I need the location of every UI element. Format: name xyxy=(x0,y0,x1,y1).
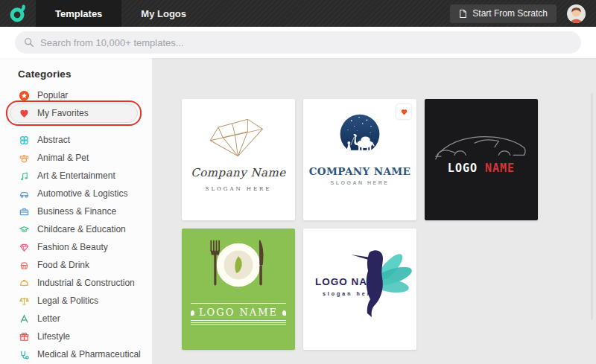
heart-icon xyxy=(18,107,30,119)
sidebar-item-label: Childcare & Education xyxy=(37,224,126,234)
categories-list: Popular My Favorites Abstra xyxy=(0,86,152,363)
paw-icon xyxy=(18,152,30,164)
template-card-sports-car[interactable]: LOGO NAME xyxy=(425,99,538,220)
sidebar-item-fashion-beauty[interactable]: Fashion & Beauty xyxy=(0,238,152,256)
start-from-scratch-button[interactable]: Start From Scratch xyxy=(450,4,557,23)
logo-slogan-text: SLOGAN HERE xyxy=(331,180,390,185)
template-cards-grid: Company Name SLOGAN HERE xyxy=(152,58,596,350)
sidebar-item-label: Art & Entertainment xyxy=(37,170,115,181)
camel-night-illustration xyxy=(330,111,390,160)
designevo-logo-icon xyxy=(8,4,28,23)
logo-name-part2: NAME xyxy=(485,162,515,175)
hard-hat-icon xyxy=(18,277,30,289)
heart-icon xyxy=(400,108,408,116)
favorite-button[interactable] xyxy=(396,104,411,119)
sports-car-illustration xyxy=(434,121,528,167)
navbar-right: Start From Scratch xyxy=(450,0,596,27)
sidebar-item-automotive-logistics[interactable]: Automotive & Logistics xyxy=(0,185,152,202)
sidebar-item-lifestyle[interactable]: Lifestyle xyxy=(0,328,152,345)
top-navbar: Templates My Logos Start From Scratch xyxy=(0,0,596,27)
sidebar-item-medical-pharmaceutical[interactable]: Medical & Pharmaceutical xyxy=(0,345,152,363)
star-badge-icon xyxy=(18,89,30,101)
logo-name-part1: LOGO xyxy=(448,162,478,175)
music-note-icon xyxy=(18,170,30,182)
search-input-wrap[interactable] xyxy=(15,31,581,54)
sidebar-item-childcare-education[interactable]: Childcare & Education xyxy=(0,220,152,238)
sidebar-item-label: Animal & Pet xyxy=(37,153,89,163)
logo-name-text: LOGO NAME xyxy=(191,304,286,320)
sidebar-item-my-favorites[interactable]: My Favorites xyxy=(0,104,152,122)
tab-my-logos-label: My Logos xyxy=(141,8,186,19)
sidebar-item-letter[interactable]: Letter xyxy=(0,310,152,328)
sidebar-item-legal-politics[interactable]: Legal & Politics xyxy=(0,292,152,310)
sidebar-item-label: Lifestyle xyxy=(37,331,70,342)
sidebar-item-label: Letter xyxy=(37,313,60,324)
template-card-restaurant[interactable]: LOGO NAME xyxy=(182,229,295,350)
search-strip xyxy=(0,27,596,58)
categories-sidebar: Categories Popular My Favorites xyxy=(0,58,152,364)
graduation-cap-icon xyxy=(18,223,30,235)
logo-name-text: Company Name xyxy=(191,166,285,179)
content-area: Categories Popular My Favorites xyxy=(0,58,596,364)
tab-my-logos[interactable]: My Logos xyxy=(121,0,206,27)
decorative-double-line xyxy=(191,322,286,325)
sidebar-item-label: Abstract xyxy=(37,135,70,145)
logo-name-text: COMPANY NAME xyxy=(309,165,411,177)
document-icon xyxy=(459,9,467,19)
letter-a-icon xyxy=(18,313,30,325)
templates-board: Company Name SLOGAN HERE xyxy=(152,58,596,364)
cupcake-icon xyxy=(18,259,30,271)
vertical-scrollbar-thumb[interactable] xyxy=(591,93,593,320)
avatar-illustration xyxy=(567,4,586,23)
briefcase-icon xyxy=(18,205,30,217)
sidebar-item-art-entertainment[interactable]: Art & Entertainment xyxy=(0,167,152,185)
gem-icon xyxy=(18,241,30,253)
diamond-illustration xyxy=(198,114,279,162)
tab-templates-label: Templates xyxy=(55,8,102,19)
logo-name-text: LOGO NAME xyxy=(448,162,515,175)
template-card-diamond[interactable]: Company Name SLOGAN HERE xyxy=(182,99,295,220)
search-icon xyxy=(24,37,34,48)
stethoscope-icon xyxy=(18,348,30,360)
logo-slogan-text: SLOGAN HERE xyxy=(206,186,272,192)
user-avatar[interactable] xyxy=(567,4,586,23)
logo-text-block: LOGO NAME xyxy=(191,303,286,325)
car-icon xyxy=(18,188,30,199)
template-card-camel[interactable]: COMPANY NAME SLOGAN HERE xyxy=(303,99,416,220)
gift-icon xyxy=(18,331,30,342)
sidebar-item-label: Popular xyxy=(37,90,68,100)
sidebar-item-label: Fashion & Beauty xyxy=(37,242,108,252)
sidebar-item-label: Automotive & Logistics xyxy=(37,188,127,199)
abstract-knot-icon xyxy=(18,134,30,146)
scales-icon xyxy=(18,295,30,307)
decorative-line xyxy=(191,320,286,321)
plate-cutlery-illustration xyxy=(194,236,282,297)
categories-heading: Categories xyxy=(0,58,152,86)
sidebar-item-abstract[interactable]: Abstract xyxy=(0,131,152,149)
sidebar-item-label: Legal & Politics xyxy=(37,296,98,306)
sidebar-item-animal-pet[interactable]: Animal & Pet xyxy=(0,149,152,167)
brand-logo[interactable] xyxy=(0,0,36,27)
search-input[interactable] xyxy=(40,37,572,48)
tab-templates[interactable]: Templates xyxy=(36,0,121,27)
sidebar-item-label: Business & Finance xyxy=(37,206,116,217)
sidebar-item-food-drink[interactable]: Food & Drink xyxy=(0,256,152,274)
sidebar-item-label: Medical & Pharmaceutical xyxy=(37,349,141,360)
sidebar-item-label: Industrial & Construction xyxy=(37,278,135,288)
sidebar-item-label: Food & Drink xyxy=(37,260,89,270)
template-card-hummingbird[interactable]: LOGO NAME slogan here xyxy=(303,229,416,350)
hummingbird-illustration xyxy=(351,243,412,324)
sidebar-item-industrial-construction[interactable]: Industrial & Construction xyxy=(0,274,152,292)
app-window: Templates My Logos Start From Scratch xyxy=(0,0,596,364)
start-from-scratch-label: Start From Scratch xyxy=(472,8,548,19)
sidebar-item-business-finance[interactable]: Business & Finance xyxy=(0,202,152,220)
sidebar-item-popular[interactable]: Popular xyxy=(0,86,152,104)
sidebar-item-label: My Favorites xyxy=(37,108,89,118)
